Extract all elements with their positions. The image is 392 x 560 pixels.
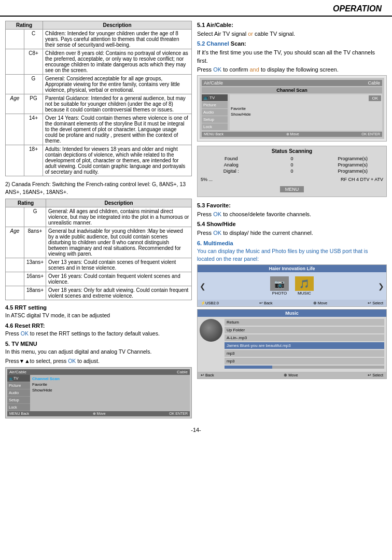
music-disc-icon bbox=[200, 319, 222, 342]
screen-favorite: Favorite bbox=[231, 106, 381, 111]
channel-scan-screen: Air/Cable Cable Channel Scan 📺 TV Pictur… bbox=[197, 75, 387, 142]
rating-table-1: Rating Description C Children: Intended … bbox=[5, 21, 192, 176]
canada-french-section: 2) Canada French: Switching the French-r… bbox=[5, 180, 192, 195]
haier-screen: Haier Innovation Life ❮ 📷 PHOTO 🎵 MUSIC … bbox=[197, 264, 387, 307]
haier-music-item[interactable]: 🎵 MUSIC bbox=[295, 276, 314, 296]
music-return[interactable]: Return bbox=[225, 319, 384, 326]
screen-main-area: OK Favorite Show/Hide bbox=[230, 94, 382, 131]
section-52: 5.2 Channel Scan: If it's the first time… bbox=[197, 39, 387, 74]
left-bottom-ok: OK ENTER bbox=[169, 412, 188, 416]
desc-cell: Over 13 years: Could contain scenes of f… bbox=[46, 258, 192, 272]
table-row: G General: Considered acceptable for all… bbox=[6, 75, 192, 94]
music-file3[interactable]: mp3 bbox=[225, 350, 384, 357]
table-row: 13ans+ Over 13 years: Could contain scen… bbox=[6, 258, 192, 272]
table-row: 16ans+ Over 16 years: Could contain freq… bbox=[6, 272, 192, 286]
screen-top-left: Air/Cable bbox=[204, 80, 223, 86]
rrt-46-heading: 4.6 Reset RRT: bbox=[5, 323, 192, 329]
haier-back: ↩ Back bbox=[259, 301, 273, 305]
status-analog-label: Analog bbox=[201, 162, 261, 167]
canada-intro-text: 2) Canada French: Switching the French-r… bbox=[5, 180, 192, 195]
desc-cell: General: All ages and children, contains… bbox=[46, 207, 192, 227]
rating-cell: 18ans+ bbox=[24, 286, 46, 300]
rrt-46-text: Press OK to reset the RRT settings to th… bbox=[5, 330, 192, 338]
rating-cell: C bbox=[24, 30, 43, 49]
left-screen-sidebar: 📺 TV Picture Audio Setup Lock bbox=[7, 375, 30, 411]
music-file4[interactable]: mp3 bbox=[225, 358, 384, 365]
left-sidebar-tv: 📺 TV bbox=[7, 375, 30, 382]
sidebar-tv: 📺 TV bbox=[202, 94, 228, 101]
rating-cell: C8+ bbox=[24, 49, 43, 75]
left-screen-top-right: Cable bbox=[177, 370, 188, 374]
status-found-value: 0 bbox=[261, 156, 322, 161]
section-52-heading: 5.2 Channel Scan: bbox=[197, 40, 246, 47]
music-back: ↩ Back bbox=[201, 373, 214, 377]
status-rf: RF CH 4 DTV + ATV bbox=[341, 177, 383, 182]
rrt-45-text: In ATSC digital TV mode, it can be adjus… bbox=[5, 312, 192, 319]
section-51-text: Select Air TV signal or cable TV signal. bbox=[197, 31, 295, 37]
status-percent: 5% ... bbox=[201, 177, 213, 182]
music-file2[interactable]: James Blunt-you are beautiful.mp3 bbox=[225, 342, 384, 349]
desc-cell: Adults: Intended for viewers 18 years an… bbox=[43, 145, 192, 176]
sidebar-picture: Picture bbox=[202, 102, 228, 108]
desc-cell: Over 14 Years: Could contain themes wher… bbox=[43, 114, 192, 145]
music-file1[interactable]: A-Lin-.mp3 bbox=[225, 334, 384, 341]
rating-cell: 8ans+ bbox=[24, 227, 46, 258]
section-52-text1: If it's the first time you use the TV, y… bbox=[197, 49, 375, 64]
rating-cell: 13ans+ bbox=[24, 258, 46, 272]
screen-topbar: Air/Cable Cable bbox=[202, 80, 382, 86]
page-number: -14- bbox=[0, 427, 392, 433]
status-digital-value: 0 bbox=[261, 169, 322, 174]
rating-cell: 18+ bbox=[24, 145, 43, 176]
rating-cell: G bbox=[24, 75, 43, 94]
tv-menu-ok: OK bbox=[68, 358, 76, 364]
section-51: 5.1 Air/Cable: Select Air TV signal or c… bbox=[197, 21, 387, 38]
desc-cell: Over 16 years: Could contain frequent vi… bbox=[46, 272, 192, 286]
table-row: C Children: Intended for younger childre… bbox=[6, 30, 192, 49]
haier-music-label: MUSIC bbox=[298, 291, 311, 296]
section-54-heading: 5.4 Show/Hide bbox=[197, 221, 236, 227]
left-sidebar-setup: Setup bbox=[7, 397, 30, 403]
age-cell bbox=[6, 272, 24, 286]
status-digital-label: Digital : bbox=[201, 169, 261, 174]
desc-cell: Parental Guidance: Intended for a genera… bbox=[43, 94, 192, 114]
table-row: 14+ Over 14 Years: Could contain themes … bbox=[6, 114, 192, 145]
music-upfolder[interactable]: Up Folder bbox=[225, 327, 384, 333]
table-row: 18+ Adults: Intended for viewers 18 year… bbox=[6, 145, 192, 176]
left-screen-topbar: Air/Cable Cable bbox=[7, 369, 190, 375]
haier-photo-icon: 📷 bbox=[270, 276, 289, 291]
haier-music-icon: 🎵 bbox=[295, 276, 314, 291]
music-progress-fill bbox=[225, 366, 272, 369]
haier-arrow-right[interactable]: ❯ bbox=[378, 282, 384, 290]
desc-cell: General but inadvisable for young childr… bbox=[46, 227, 192, 258]
music-move: ⊕ Move bbox=[284, 373, 298, 377]
table-row: C8+ Children over 8 years old: Contains … bbox=[6, 49, 192, 75]
haier-title: Haier Innovation Life bbox=[198, 265, 386, 272]
haier-photo-item[interactable]: 📷 PHOTO bbox=[270, 276, 289, 296]
left-screen-top-left: Air/Cable bbox=[9, 370, 26, 374]
status-row-digital: Digital : 0 Programme(s) bbox=[201, 169, 383, 174]
haier-move: ⊕ Move bbox=[313, 301, 327, 305]
left-column: Rating Description C Children: Intended … bbox=[5, 21, 192, 422]
table1-rating-header: Rating bbox=[6, 21, 43, 30]
rrt-ok-link: OK bbox=[21, 330, 29, 337]
desc-cell: Over 18 years: Only for adult viewing. C… bbox=[46, 286, 192, 300]
section-53: 5.3 Favorite: Press OK to choose/delete … bbox=[197, 201, 387, 218]
right-column: 5.1 Air/Cable: Select Air TV signal or c… bbox=[197, 21, 387, 422]
left-screen-bottombar: MENU Back ⊕ Move OK ENTER bbox=[7, 411, 190, 416]
haier-icons: 📷 PHOTO 🎵 MUSIC bbox=[270, 276, 314, 296]
table-row: G General: All ages and children, contai… bbox=[6, 207, 192, 227]
haier-bottom: ⚡USB2.0 ↩ Back ⊕ Move ↩ Select bbox=[198, 300, 386, 306]
section-6: 6. Multimedia You can display the Music … bbox=[197, 240, 387, 262]
status-menu-btn: MENU bbox=[280, 186, 304, 192]
age-cell bbox=[6, 286, 24, 300]
music-progress-bar bbox=[225, 366, 384, 369]
table-row: 18ans+ Over 18 years: Only for adult vie… bbox=[6, 286, 192, 300]
rating-cell: G bbox=[24, 207, 46, 227]
screen-sidebar: 📺 TV Picture Audio Setup Lock bbox=[202, 94, 228, 131]
status-found-label: Found bbox=[201, 156, 261, 161]
music-screen: Music Return Up Folder A-Lin-.mp3 James … bbox=[197, 309, 387, 379]
screen-title: Channel Scan bbox=[202, 87, 382, 93]
age-cell bbox=[6, 145, 24, 176]
haier-arrow-left[interactable]: ❮ bbox=[200, 282, 206, 290]
section-53-text: Press OK to choose/delete favorite chann… bbox=[197, 211, 311, 217]
